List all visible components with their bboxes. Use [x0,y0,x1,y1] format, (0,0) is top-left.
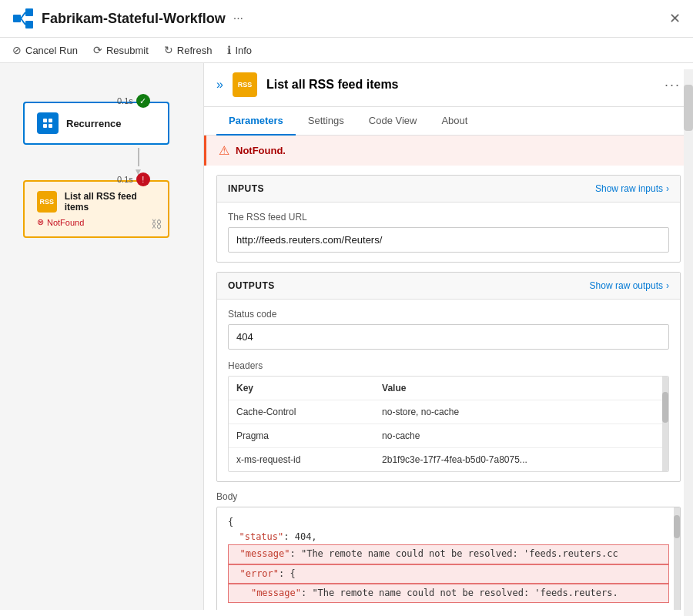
code-line-4: "error": { [228,564,669,584]
tabs: Parameters Settings Code View About [204,107,693,136]
error-circle-icon: ⊗ [37,217,44,227]
svg-rect-0 [13,15,21,22]
inputs-body: The RSS feed URL http://feeds.reuters.co… [217,203,680,262]
code-line-5: "message": "The remote name could not be… [228,584,669,603]
pragma-value: no-cache [374,424,668,448]
tab-parameters[interactable]: Parameters [216,107,296,136]
recurrence-node[interactable]: 0.1s ✓ Recurrence [23,102,169,145]
rss-timing: 0.1s [117,175,133,184]
link-icon: ⛓ [151,218,162,230]
success-badge-icon: ✓ [136,94,150,108]
svg-rect-1 [25,8,33,16]
table-row: x-ms-request-id 2b1f9c3e-17f7-4fea-b5d0-… [229,448,668,472]
inputs-section-header: INPUTS Show raw inputs › [217,176,680,203]
table-row: Cache-Control no-store, no-cache [229,400,668,424]
show-raw-outputs-button[interactable]: Show raw outputs › [590,280,669,291]
code-line-2: "status": 404, [228,530,669,544]
svg-rect-5 [43,119,47,122]
code-line-3: "message": "The remote name could not be… [228,544,669,564]
error-banner: ⚠ NotFound. [204,136,693,166]
svg-rect-6 [49,119,52,122]
resubmit-icon: ⟳ [93,44,102,56]
inputs-section: INPUTS Show raw inputs › The RSS feed UR… [216,175,681,263]
close-button[interactable]: ✕ [669,10,681,27]
rss-badge: 0.1s ! [117,172,150,186]
panel-title: List all RSS feed items [266,78,655,92]
request-id-key: x-ms-request-id [229,448,374,472]
svg-rect-2 [25,21,33,28]
headers-label: Headers [228,360,669,371]
key-column-header: Key [229,377,374,400]
inputs-title: INPUTS [228,183,264,194]
status-code-label: Status code [228,309,669,320]
outputs-section: OUTPUTS Show raw outputs › Status code 4… [216,272,681,482]
request-id-value: 2b1f9c3e-17f7-4fea-b5d0-7a8075... [374,448,668,472]
body-code-block: { "status": 404, "message": "The remote … [216,507,681,610]
rss-node-label: List all RSS feed items [65,191,156,213]
outputs-section-header: OUTPUTS Show raw outputs › [217,273,680,300]
rss-icon: RSS [37,191,57,213]
main-layout: 0.1s ✓ Recurrence ▼ 0.1s ! [0,63,693,610]
title-bar: Fabrikam-Stateful-Workflow ··· ✕ [0,0,693,38]
table-row: Pragma no-cache [229,424,668,448]
chevron-right-icon-2: › [666,280,669,291]
panel-more-button[interactable]: ··· [665,77,681,93]
svg-rect-7 [43,124,47,128]
show-raw-inputs-button[interactable]: Show raw inputs › [595,183,669,194]
status-code-value: 404 [228,324,669,350]
headers-table: Key Value Cache-Control no-store, no-cac… [229,377,668,471]
warning-icon: ⚠ [219,143,229,158]
toolbar: ⊘ Cancel Run ⟳ Resubmit ↻ Refresh ℹ Info [0,38,693,63]
workflow-icon [12,8,34,29]
tab-settings[interactable]: Settings [296,107,357,136]
cache-control-value: no-store, no-cache [374,400,668,424]
outputs-body: Status code 404 Headers Key Value [217,300,680,481]
cancel-run-button[interactable]: ⊘ Cancel Run [12,44,78,56]
value-column-header: Value [374,377,668,400]
workflow-canvas: 0.1s ✓ Recurrence ▼ 0.1s ! [0,63,204,610]
error-badge-icon: ! [136,172,150,186]
cancel-icon: ⊘ [12,44,22,56]
refresh-button[interactable]: ↻ Refresh [164,44,213,56]
pragma-key: Pragma [229,424,374,448]
info-icon: ℹ [227,44,231,56]
outputs-title: OUTPUTS [228,280,275,291]
title-more-button[interactable]: ··· [233,12,243,25]
resubmit-button[interactable]: ⟳ Resubmit [93,44,149,56]
code-line-1: { [228,515,669,530]
tab-about[interactable]: About [429,107,480,136]
recurrence-label: Recurrence [66,118,122,129]
right-panel: » RSS List all RSS feed items ··· Parame… [204,63,693,610]
svg-line-3 [21,12,25,18]
info-button[interactable]: ℹ Info [227,44,252,56]
body-label: Body [216,491,681,502]
recurrence-badge: 0.1s ✓ [117,94,150,108]
tab-code-view[interactable]: Code View [357,107,430,136]
cache-control-key: Cache-Control [229,400,374,424]
panel-rss-icon: RSS [233,72,257,97]
svg-rect-8 [49,124,52,128]
rss-error-text: ⊗ NotFound [37,217,156,227]
recurrence-icon [37,112,59,134]
refresh-icon: ↻ [164,44,173,56]
body-section: Body { "status": 404, "message": "The re… [216,491,681,610]
rss-node[interactable]: 0.1s ! RSS List all RSS feed items ⊗ Not… [23,180,169,238]
recurrence-timing: 0.1s [117,96,133,105]
expand-icon[interactable]: » [216,78,223,92]
error-banner-text: NotFound. [236,145,286,156]
panel-content[interactable]: ⚠ NotFound. INPUTS Show raw inputs › The… [204,136,693,610]
panel-header: » RSS List all RSS feed items ··· [204,63,693,107]
chevron-right-icon: › [666,183,669,194]
svg-line-4 [21,18,25,25]
window-title: Fabrikam-Stateful-Workflow [42,11,226,27]
rss-url-label: The RSS feed URL [228,212,669,223]
rss-url-value: http://feeds.reuters.com/Reuters/ [228,227,669,253]
